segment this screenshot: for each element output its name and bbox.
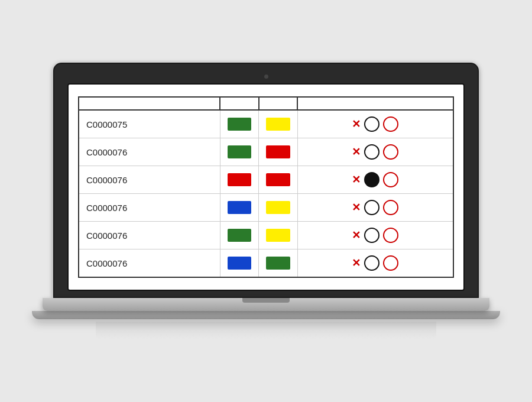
table-row: C0000076✕ (79, 166, 453, 194)
col-customer-id (79, 97, 220, 110)
circle-red-icon[interactable] (383, 228, 398, 243)
circle-red-icon[interactable] (383, 200, 398, 215)
customer-id-cell: C0000076 (79, 222, 220, 249)
col-transaction-risk (259, 97, 298, 110)
transaction-risk-cell (259, 138, 298, 166)
webcam-dot (264, 74, 268, 79)
transaction-risk-cell (259, 166, 298, 194)
circle-black-icon[interactable] (364, 116, 379, 132)
transaction-risk-cell (259, 222, 298, 249)
profile-risk-cell (220, 138, 259, 166)
transaction-risk-cell (259, 110, 298, 138)
transaction-risk-bar (266, 173, 290, 186)
transaction-risk-bar (266, 145, 290, 158)
transaction-risk-cell (259, 194, 298, 222)
transaction-risk-bar (266, 201, 290, 214)
transaction-risk-bar (266, 118, 290, 131)
delete-icon[interactable]: ✕ (352, 258, 361, 268)
actions-cell: ✕ (297, 166, 453, 194)
profile-risk-cell (220, 222, 259, 249)
delete-icon[interactable]: ✕ (352, 230, 361, 241)
laptop-base (43, 298, 489, 311)
customer-id-cell: C0000076 (79, 138, 220, 166)
actions-cell: ✕ (297, 194, 453, 222)
table-row: C0000076✕ (79, 249, 453, 278)
transaction-risk-bar (266, 229, 290, 242)
transaction-risk-cell (259, 249, 298, 278)
customer-id-cell: C0000076 (79, 249, 220, 278)
transaction-risk-bar (266, 257, 290, 270)
delete-icon[interactable]: ✕ (352, 119, 361, 129)
laptop-foot (32, 311, 500, 319)
table-header-row (79, 97, 453, 110)
laptop-screen-bezel: C0000075✕C0000076✕C0000076✕C0000076✕C000… (53, 63, 479, 298)
table-row: C0000076✕ (79, 194, 453, 222)
table-row: C0000076✕ (79, 138, 453, 166)
laptop-hinge (242, 298, 290, 303)
circle-black-icon[interactable] (364, 144, 379, 160)
delete-icon[interactable]: ✕ (352, 202, 361, 213)
circle-red-icon[interactable] (383, 144, 398, 160)
profile-risk-bar (228, 145, 252, 158)
circle-red-icon[interactable] (383, 255, 398, 271)
customer-id-cell: C0000076 (79, 194, 220, 222)
circle-red-icon[interactable] (383, 172, 398, 187)
profile-risk-cell (220, 194, 259, 222)
profile-risk-bar (228, 201, 252, 214)
circle-red-icon[interactable] (383, 116, 398, 132)
profile-risk-cell (220, 166, 259, 194)
circle-black-icon[interactable] (364, 255, 379, 271)
customer-id-cell: C0000075 (79, 110, 220, 138)
col-actions (297, 97, 453, 110)
customer-id-cell: C0000076 (79, 166, 220, 194)
table-container: C0000075✕C0000076✕C0000076✕C0000076✕C000… (69, 85, 463, 290)
risk-table: C0000075✕C0000076✕C0000076✕C0000076✕C000… (78, 96, 454, 278)
actions-cell: ✕ (297, 222, 453, 249)
screen-reflection (96, 322, 436, 339)
profile-risk-bar (228, 118, 252, 131)
delete-icon[interactable]: ✕ (352, 174, 361, 185)
screen-inner: C0000075✕C0000076✕C0000076✕C0000076✕C000… (67, 83, 465, 291)
circle-black-icon[interactable] (364, 172, 379, 187)
profile-risk-bar (228, 173, 252, 186)
profile-risk-bar (228, 257, 252, 270)
circle-black-icon[interactable] (364, 228, 379, 243)
table-row: C0000075✕ (79, 110, 453, 138)
profile-risk-cell (220, 110, 259, 138)
actions-cell: ✕ (297, 249, 453, 278)
actions-cell: ✕ (297, 138, 453, 166)
actions-cell: ✕ (297, 110, 453, 138)
laptop-device: C0000075✕C0000076✕C0000076✕C0000076✕C000… (53, 63, 479, 339)
col-profile-risk (220, 97, 259, 110)
delete-icon[interactable]: ✕ (352, 147, 361, 157)
circle-black-icon[interactable] (364, 200, 379, 215)
profile-risk-bar (228, 229, 252, 242)
profile-risk-cell (220, 249, 259, 278)
table-row: C0000076✕ (79, 222, 453, 249)
